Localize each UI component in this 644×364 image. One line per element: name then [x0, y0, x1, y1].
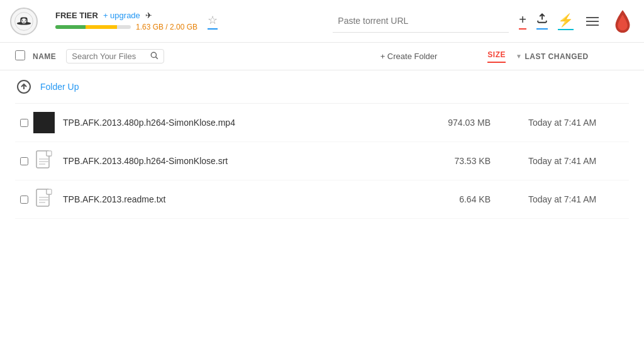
svg-point-4 — [22, 19, 23, 21]
add-torrent-button[interactable]: + — [519, 13, 526, 30]
storage-text: 1.63 GB / 2.00 GB — [136, 23, 197, 31]
storage-bar — [55, 25, 131, 29]
svg-point-5 — [25, 19, 26, 21]
hamburger-line-1 — [586, 17, 599, 18]
plus-icon: + — [519, 13, 526, 27]
bolt-button[interactable]: ⚡ — [558, 13, 574, 30]
row-checkbox-col — [15, 157, 33, 165]
avatar-button[interactable] — [611, 8, 634, 35]
file-size: 974.03 MB — [415, 118, 491, 128]
folder-up-icon — [15, 78, 33, 96]
svg-line-7 — [156, 57, 158, 59]
row-checkbox-col — [15, 119, 33, 127]
row-checkbox[interactable] — [20, 196, 28, 204]
file-list: Folder Up TPB.AFK.2013.480p.h264-SimonKl… — [0, 70, 644, 219]
file-size: 73.53 KB — [415, 156, 491, 166]
row-checkbox-col — [15, 196, 33, 204]
star-icon: ☆ — [208, 13, 218, 30]
file-size: 6.64 KB — [415, 194, 491, 204]
table-row[interactable]: TPB.AFK.2013.readme.txt6.64 KBToday at 7… — [15, 180, 629, 219]
select-all-checkbox[interactable] — [15, 50, 25, 60]
upload-button[interactable] — [536, 13, 548, 30]
folder-up-row[interactable]: Folder Up — [15, 70, 629, 104]
table-row[interactable]: TPB.AFK.2013.480p.h264-SimonKlose.srt73.… — [15, 142, 629, 180]
tier-label: FREE TIER — [55, 11, 98, 20]
name-col-header: NAME — [33, 52, 56, 61]
file-date: Today at 7:41 AM — [528, 118, 629, 128]
search-icon — [150, 51, 158, 60]
search-box — [66, 49, 164, 63]
create-folder-label: + Create Folder — [380, 52, 438, 61]
file-name: TPB.AFK.2013.480p.h264-SimonKlose.srt — [63, 156, 415, 166]
bolt-icon: ⚡ — [558, 13, 574, 28]
file-icon — [33, 111, 55, 134]
tier-info: FREE TIER + upgrade ✈ 1.63 GB / 2.00 GB — [55, 11, 197, 31]
upload-icon — [536, 13, 548, 27]
create-folder-button[interactable]: + Create Folder — [380, 52, 438, 61]
row-checkbox[interactable] — [20, 119, 28, 127]
logo-area — [10, 8, 38, 35]
storage-bar-container: 1.63 GB / 2.00 GB — [55, 23, 197, 31]
torrent-url-input[interactable] — [333, 10, 509, 33]
last-changed-label: LAST CHANGED — [525, 52, 588, 61]
folder-up-label: Folder Up — [40, 82, 79, 92]
video-thumbnail — [33, 112, 55, 133]
storage-bar-yellow — [86, 25, 117, 29]
sort-down-icon: ▼ — [516, 53, 522, 60]
toolbar: NAME + Create Folder SIZE ▼ LAST CHANGED — [0, 43, 644, 70]
svg-rect-11 — [47, 151, 52, 156]
table-row[interactable]: TPB.AFK.2013.480p.h264-SimonKlose.mp4974… — [15, 104, 629, 142]
search-button[interactable] — [150, 51, 158, 62]
last-changed-col-header[interactable]: ▼ LAST CHANGED — [516, 52, 629, 61]
storage-bar-green — [55, 25, 86, 29]
droplet-icon — [614, 9, 631, 34]
logo — [10, 8, 38, 35]
file-date: Today at 7:41 AM — [528, 194, 629, 204]
select-all-checkbox-col[interactable] — [15, 50, 25, 62]
hamburger-line-3 — [586, 25, 599, 26]
file-rows-container: TPB.AFK.2013.480p.h264-SimonKlose.mp4974… — [15, 104, 629, 219]
file-name: TPB.AFK.2013.480p.h264-SimonKlose.mp4 — [63, 118, 415, 128]
upgrade-plane-icon: ✈ — [145, 11, 152, 20]
file-date: Today at 7:41 AM — [528, 156, 629, 166]
upgrade-link[interactable]: + upgrade — [103, 11, 140, 20]
hamburger-line-2 — [586, 21, 599, 22]
row-checkbox[interactable] — [20, 157, 28, 165]
document-icon — [33, 188, 55, 211]
star-button[interactable]: ☆ — [208, 13, 218, 30]
document-icon — [33, 150, 55, 172]
menu-button[interactable] — [584, 14, 601, 28]
header: FREE TIER + upgrade ✈ 1.63 GB / 2.00 GB … — [0, 0, 644, 43]
svg-point-6 — [152, 52, 157, 57]
size-col-header[interactable]: SIZE — [487, 50, 506, 63]
search-input[interactable] — [72, 52, 147, 61]
svg-rect-16 — [47, 189, 52, 194]
file-name: TPB.AFK.2013.readme.txt — [63, 194, 415, 204]
header-actions: + ⚡ — [519, 8, 634, 35]
